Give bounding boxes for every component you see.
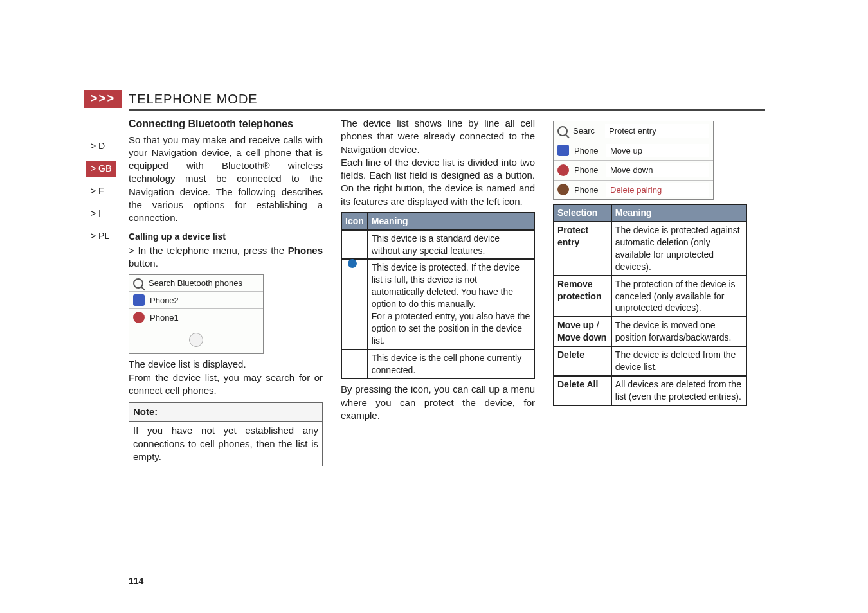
icon-meaning-table: Icon Meaning This device is a standard d…: [341, 212, 535, 380]
search-row[interactable]: Search Bluetooth phones: [129, 275, 263, 292]
menu-right-label: Move down: [606, 163, 709, 177]
menu-left-label: Phone: [574, 184, 601, 196]
header: >>> TELEPHONE MODE: [129, 90, 765, 111]
selection-cell-line2: Move down: [557, 332, 606, 342]
page-number: 114: [129, 575, 143, 587]
table-header-row: Icon Meaning: [341, 213, 534, 230]
paragraph: By pressing the icon, you can call up a …: [341, 383, 535, 422]
bluetooth-icon: [133, 294, 145, 306]
table-row: This device is a standard device without…: [341, 230, 534, 260]
meaning-cell: This device is a standard device without…: [368, 230, 534, 260]
th-selection: Selection: [554, 204, 611, 222]
meaning-cell: This device is the cell phone currently …: [368, 350, 534, 379]
note-body: If you have not yet established any conn…: [129, 422, 322, 466]
header-rule: [129, 109, 765, 111]
meaning-cell: The device is deleted from the device li…: [611, 346, 746, 376]
table-header-row: Selection Meaning: [554, 204, 746, 222]
table-row: Protect entry The device is protected ag…: [554, 222, 746, 276]
menu-right-label: Move up: [606, 144, 709, 158]
menu-row[interactable]: Phone Move up: [554, 141, 713, 161]
meaning-cell: This device is protected. If the device …: [368, 259, 534, 349]
sidenav-item-i[interactable]: > I: [86, 206, 116, 222]
selection-cell: Remove protection: [557, 279, 601, 301]
device-row[interactable]: Phone2: [129, 292, 263, 309]
link-icon: [557, 164, 569, 176]
device-label: Phone2: [150, 295, 179, 306]
selection-cell: Protect entry: [557, 225, 588, 247]
selection-sep: /: [594, 320, 599, 330]
paragraph: Each line of the device list is divided …: [341, 156, 535, 208]
phones-label: Phones: [288, 245, 323, 256]
context-menu-screenshot: Searc Protect entry Phone Move up Phone …: [553, 121, 714, 200]
table-row: Delete The device is deleted from the de…: [554, 346, 746, 376]
meaning-cell: All devices are deleted from the list (e…: [611, 376, 746, 405]
sidenav: > D > GB > F > I > PL: [86, 138, 116, 244]
meaning-cell: The protection of the device is canceled…: [611, 276, 746, 317]
device-label: Phone1: [150, 312, 179, 324]
meaning-cell: The device is protected against automati…: [611, 222, 746, 276]
menu-row[interactable]: Searc Protect entry: [554, 121, 713, 141]
sidenav-item-pl[interactable]: > PL: [86, 228, 116, 244]
table-row: This device is protected. If the device …: [341, 259, 534, 349]
note-box: Note: If you have not yet established an…: [129, 402, 323, 466]
sidenav-item-d[interactable]: > D: [86, 138, 116, 154]
device-list-screenshot: Search Bluetooth phones Phone2 Phone1: [129, 274, 264, 355]
bluetooth-icon: [557, 145, 569, 156]
paragraph: From the device list, you may search for…: [129, 371, 323, 398]
column-3: Searc Protect entry Phone Move up Phone …: [553, 117, 747, 466]
selection-cell: Delete All: [557, 379, 598, 389]
selection-cell-line1: Move up: [557, 320, 594, 330]
th-icon: Icon: [341, 213, 368, 230]
table-row: Remove protection The protection of the …: [554, 276, 746, 317]
menu-row[interactable]: Phone Move down: [554, 161, 713, 181]
section-heading: Connecting Bluetooth telephones: [129, 117, 323, 131]
bullet-text: > In the telephone menu, press the: [129, 245, 288, 256]
selection-cell: Delete: [557, 350, 584, 360]
menu-left-label: Searc: [573, 125, 600, 137]
note-heading: Note:: [129, 403, 322, 422]
link-icon: [133, 312, 145, 323]
column-2: The device list shows line by line all c…: [341, 117, 535, 466]
sidenav-item-f[interactable]: > F: [86, 183, 116, 199]
selection-meaning-table: Selection Meaning Protect entry The devi…: [553, 204, 747, 405]
menu-right-label: Delete pairing: [606, 183, 709, 197]
subsection-heading: Calling up a device list: [129, 231, 323, 243]
table-row: Move up / Move down The device is moved …: [554, 317, 746, 346]
bullet-text-suffix: button.: [129, 258, 158, 269]
paragraph: So that you may make and receive calls w…: [129, 134, 323, 225]
menu-left-label: Phone: [574, 164, 601, 176]
device-row[interactable]: Phone1: [129, 309, 263, 326]
column-1: Connecting Bluetooth telephones So that …: [129, 117, 323, 466]
page-title: TELEPHONE MODE: [129, 91, 258, 108]
search-icon: [557, 126, 568, 136]
header-marker: >>>: [84, 90, 122, 108]
table-row: Delete All All devices are deleted from …: [554, 376, 746, 405]
bullet-line: > In the telephone menu, press the Phone…: [129, 244, 323, 271]
table-row: This device is the cell phone currently …: [341, 350, 534, 379]
refresh-icon: [189, 333, 203, 347]
menu-right-label: Protect entry: [605, 124, 709, 138]
menu-left-label: Phone: [574, 145, 601, 157]
meaning-cell: The device is moved one position forward…: [611, 317, 746, 346]
search-icon: [133, 278, 143, 289]
refresh-row[interactable]: [129, 326, 263, 353]
sidenav-item-gb[interactable]: > GB: [86, 161, 116, 177]
th-meaning: Meaning: [368, 213, 534, 230]
search-label: Search Bluetooth phones: [149, 278, 242, 289]
menu-row[interactable]: Phone Delete pairing: [554, 181, 713, 200]
paragraph: The device list is displayed.: [129, 358, 323, 371]
link-icon: [557, 184, 569, 195]
th-meaning: Meaning: [611, 204, 746, 222]
paragraph: The device list shows line by line all c…: [341, 117, 535, 156]
